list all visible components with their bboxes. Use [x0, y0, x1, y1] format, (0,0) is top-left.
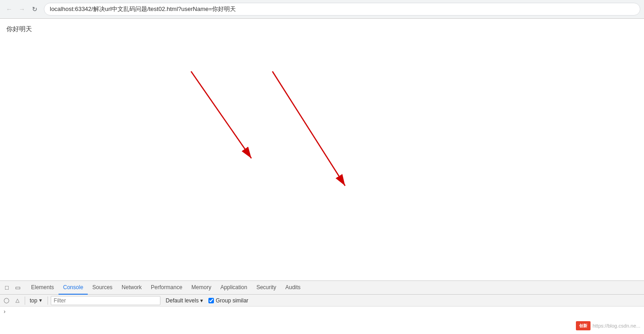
- refresh-icon: ↻: [32, 5, 37, 13]
- group-similar-checkbox[interactable]: [208, 298, 214, 303]
- forward-icon: →: [19, 5, 25, 13]
- console-prompt-row: ›: [2, 307, 642, 316]
- tab-performance[interactable]: Performance: [146, 281, 187, 295]
- browser-chrome: ← → ↻: [0, 0, 644, 19]
- clear-icon: ◯: [4, 297, 9, 303]
- tab-sources[interactable]: Sources: [88, 281, 117, 295]
- console-output: ›: [0, 307, 644, 334]
- csdn-url: https://blog.csdn.ne...: [592, 323, 640, 329]
- tab-security[interactable]: Security: [252, 281, 281, 295]
- back-icon: ←: [6, 5, 12, 13]
- tab-audits[interactable]: Audits: [281, 281, 305, 295]
- block-icon: △: [16, 297, 19, 303]
- default-levels-dropdown[interactable]: Default levels ▾: [166, 297, 203, 304]
- svg-line-3: [272, 71, 345, 186]
- back-button[interactable]: ←: [4, 4, 15, 15]
- context-dropdown-icon: ▼: [38, 298, 43, 303]
- devtools-panel: □ ▭ Elements Console Sources Network Per…: [0, 280, 644, 334]
- nav-buttons: ← → ↻: [4, 4, 40, 15]
- group-similar-option: Group similar: [208, 297, 248, 304]
- inspect-element-button[interactable]: □: [2, 283, 12, 293]
- page-content-text: 你好明天: [6, 25, 32, 33]
- context-selector[interactable]: top ▼: [28, 296, 45, 305]
- block-network-button[interactable]: △: [13, 296, 22, 305]
- filter-input[interactable]: [51, 296, 160, 305]
- devtools-toolbar: ◯ △ top ▼ Default levels ▾ Group similar: [0, 295, 644, 307]
- toolbar-divider: [25, 296, 25, 305]
- tab-console[interactable]: Console: [59, 281, 88, 295]
- console-prompt-arrow: ›: [4, 308, 5, 315]
- toolbar-divider-2: [48, 296, 48, 305]
- tab-elements[interactable]: Elements: [27, 281, 59, 295]
- devtools-tabs: □ ▭ Elements Console Sources Network Per…: [0, 281, 644, 295]
- device-toolbar-button[interactable]: ▭: [13, 283, 23, 293]
- tab-memory[interactable]: Memory: [187, 281, 216, 295]
- csdn-logo: 创新: [576, 321, 591, 330]
- page-content: 你好明天: [0, 19, 644, 270]
- device-icon: ▭: [15, 284, 21, 291]
- arrows-overlay: [0, 19, 644, 270]
- csdn-watermark: 创新 https://blog.csdn.ne...: [576, 321, 640, 330]
- tab-application[interactable]: Application: [216, 281, 252, 295]
- devtools-icon-buttons: □ ▭: [2, 283, 23, 293]
- tab-network[interactable]: Network: [117, 281, 146, 295]
- svg-line-2: [191, 71, 251, 158]
- inspect-icon: □: [5, 284, 9, 291]
- browser-toolbar: ← → ↻: [0, 0, 644, 18]
- address-bar[interactable]: [44, 3, 640, 16]
- refresh-button[interactable]: ↻: [29, 4, 40, 15]
- forward-button[interactable]: →: [16, 4, 27, 15]
- clear-console-button[interactable]: ◯: [2, 296, 11, 305]
